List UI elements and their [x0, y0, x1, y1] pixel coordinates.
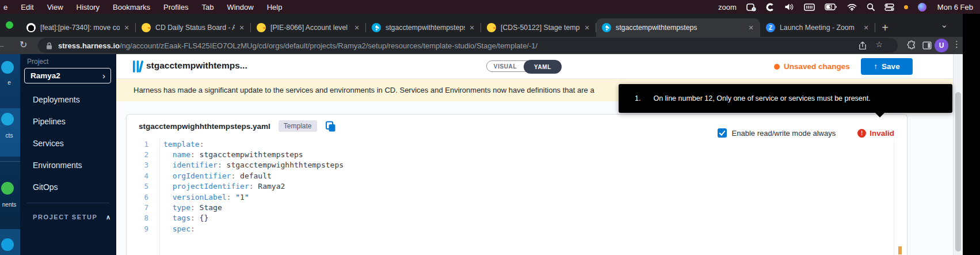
volume-icon[interactable] [784, 2, 794, 12]
project-selector[interactable]: Ramya2 › [24, 68, 111, 83]
tab-close-icon[interactable]: ✕ [352, 23, 361, 32]
code-line[interactable]: 7 type: Stage [127, 202, 892, 212]
sidebar-item[interactable]: Services [33, 132, 116, 154]
code-line[interactable]: 5 projectIdentifier: Ramya2 [127, 181, 892, 192]
share-icon[interactable] [859, 41, 867, 50]
wifi-icon[interactable] [847, 2, 857, 12]
tab-favicon [372, 23, 381, 32]
page-scrollbar[interactable] [953, 54, 963, 255]
module-icon[interactable] [1, 113, 14, 125]
toggle-visual[interactable]: VISUAL [487, 61, 524, 71]
browser-tab[interactable]: [feat]:[pie-7340]: move co ✕ [21, 18, 136, 37]
url-domain: stress.harness.io [58, 41, 120, 50]
url-text: stress.harness.io/ng/account/zEaak-FLS42… [58, 41, 898, 50]
tab-close-icon[interactable]: ✕ [467, 23, 476, 32]
menubar-menus: eEditViewHistoryBookmarksProfilesTabWind… [0, 3, 282, 12]
menubar-item-zoom-app[interactable]: zoom [718, 3, 737, 12]
code-line[interactable]: 1 template: [127, 139, 892, 149]
bookmark-star-icon[interactable]: ☆ [875, 40, 883, 49]
profile-avatar[interactable]: U [935, 39, 948, 52]
tab-close-icon[interactable]: ✕ [237, 23, 246, 32]
line-content: name: stgacctempwithtempsteps [163, 150, 303, 159]
line-content: type: Stage [163, 203, 222, 212]
browser-tab[interactable]: Launch Meeting - Zoom ✕ [760, 18, 875, 37]
code-line[interactable]: 9 spec: [127, 223, 892, 234]
tab-title: Launch Meeting - Zoom [780, 24, 859, 32]
browser-toolbar: ← ↻ stress.harness.io/ng/account/zEaak-F… [0, 37, 963, 54]
yaml-editor-card: stgacctempwighhthtempsteps.yaml Template… [126, 114, 907, 255]
menubar-item[interactable]: Help [267, 3, 283, 12]
tooltip-arrow [875, 112, 885, 117]
battery-icon[interactable] [825, 2, 837, 12]
scrollbar-thumb[interactable] [955, 92, 961, 252]
tab-favicon [487, 23, 496, 32]
tab-close-icon[interactable]: ✕ [746, 23, 756, 32]
tab-close-icon[interactable]: ✕ [861, 23, 871, 32]
invalid-status: Invalid [870, 129, 894, 138]
lock-icon[interactable] [46, 41, 52, 50]
spotlight-icon[interactable] [867, 2, 875, 12]
editor-warning-marker [898, 246, 902, 254]
reload-icon[interactable]: ↻ [20, 39, 27, 50]
sidebar-item[interactable]: GitOps [33, 176, 116, 198]
browser-tab[interactable]: stgacctempwithtempsteps ✕ [366, 18, 481, 37]
menubar-item[interactable]: Edit [21, 3, 33, 12]
sidebar-item[interactable]: Environments [33, 154, 116, 176]
tab-overview-chevron-icon[interactable]: ⌄ [940, 20, 948, 30]
menubar-item[interactable]: Profiles [163, 3, 188, 12]
save-button[interactable]: ↑ Save [861, 58, 913, 75]
module-icon[interactable] [1, 238, 14, 251]
extensions-icon[interactable] [907, 40, 916, 50]
chevron-right-icon: › [102, 71, 105, 81]
editor-ruler-divider [894, 139, 894, 255]
sidebar-item[interactable]: Pipelines [33, 111, 116, 132]
menubar-clock[interactable]: Mon 6 Feb [937, 3, 973, 12]
sidebar-item[interactable]: Deployments [33, 89, 116, 111]
module-icon[interactable] [1, 61, 14, 74]
line-number: 5 [127, 182, 148, 191]
menubar-item[interactable]: Window [227, 3, 253, 12]
line-content: identifier: stgacctempwighhthtempsteps [163, 161, 344, 169]
code-line[interactable]: 4 orgIdentifier: default [127, 170, 892, 181]
yaml-code[interactable]: 1 template: 2 name: stgacctempwithtempst… [127, 139, 892, 234]
browser-menu-icon[interactable]: ⋮ [952, 39, 960, 50]
browser-window: [feat]:[pie-7340]: move co ✕ CD Daily St… [0, 14, 963, 255]
code-line[interactable]: 8 tags: {} [127, 213, 892, 223]
error-text: On line number 12, Only one of service o… [653, 94, 870, 102]
menubar-item[interactable]: Tab [201, 3, 213, 12]
menubar-item[interactable]: Bookmarks [113, 3, 150, 12]
siri-icon[interactable] [918, 3, 926, 12]
back-icon[interactable]: ← [0, 39, 6, 51]
app-alert-icon[interactable]: ! [746, 2, 756, 12]
unsaved-label: Unsaved changes [784, 62, 850, 71]
save-label: Save [882, 62, 900, 71]
side-panel-icon[interactable] [922, 41, 932, 50]
window-zoom-button[interactable] [6, 21, 13, 29]
menubar-item[interactable]: History [77, 3, 100, 12]
browser-tab[interactable]: stgacctempwithtempsteps ✕ [596, 18, 760, 37]
new-tab-button[interactable]: + [875, 18, 895, 37]
c-app-icon[interactable] [766, 2, 775, 12]
browser-tab[interactable]: [PIE-8066] Account level t ✕ [251, 18, 366, 37]
url-bar[interactable]: stress.harness.io/ng/account/zEaak-FLS42… [38, 38, 898, 53]
module-label: e [0, 79, 18, 86]
copy-icon[interactable] [325, 121, 336, 131]
tab-close-icon[interactable]: ✕ [582, 23, 592, 32]
module-icon[interactable] [1, 182, 14, 195]
code-line[interactable]: 3 identifier: stgacctempwighhthtempsteps [127, 160, 892, 170]
code-line[interactable]: 6 versionLabel: "1" [127, 192, 892, 202]
tab-close-icon[interactable]: ✕ [122, 23, 131, 32]
sidebar-project-setup[interactable]: PROJECT SETUP ∧ [33, 211, 110, 223]
browser-tab[interactable]: [CDS-50122] Stage templa ✕ [481, 18, 596, 37]
menubar-item[interactable]: View [47, 3, 63, 12]
line-number: 6 [127, 193, 148, 201]
toggle-yaml[interactable]: YAML [524, 60, 562, 74]
keyboard-icon[interactable] [804, 2, 815, 12]
read-write-checkbox[interactable] [718, 128, 727, 138]
menubar-item[interactable]: e [3, 3, 7, 12]
tabs: [feat]:[pie-7340]: move co ✕ CD Daily St… [21, 14, 875, 37]
browser-tab[interactable]: CD Daily Status Board - Ag ✕ [136, 18, 251, 37]
control-center-icon[interactable] [884, 2, 894, 12]
tab-favicon [26, 23, 36, 32]
code-line[interactable]: 2 name: stgacctempwithtempsteps [127, 149, 892, 159]
